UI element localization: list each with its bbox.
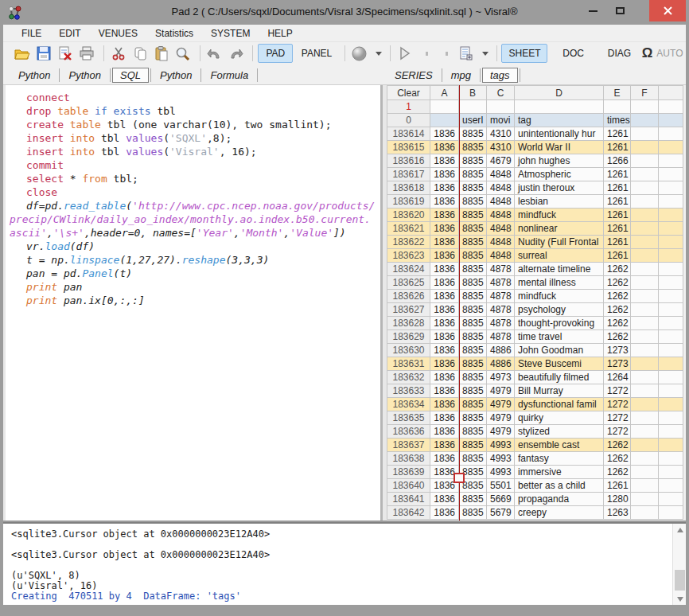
cell[interactable]: dysfunctional famil [515, 398, 604, 411]
cell[interactable] [631, 127, 659, 141]
cell[interactable] [659, 452, 683, 466]
cell[interactable]: 8835 [459, 452, 487, 466]
cell[interactable]: 1273 [604, 357, 631, 371]
cell[interactable]: 1836 [430, 303, 459, 317]
cell[interactable] [631, 506, 659, 520]
cell[interactable]: 8835 [459, 127, 487, 141]
cell[interactable] [631, 290, 659, 303]
cell[interactable]: 4886 [487, 357, 515, 371]
copy-button[interactable] [130, 44, 150, 63]
cell[interactable] [659, 127, 683, 141]
cell[interactable]: 1836 [430, 290, 459, 303]
cell[interactable]: 1836 [430, 398, 459, 411]
cell[interactable]: 1836 [430, 222, 459, 236]
cell[interactable] [631, 263, 659, 276]
cell[interactable]: 1261 [604, 141, 631, 154]
cell[interactable] [604, 100, 631, 114]
row-number-cell[interactable]: 183632 [387, 371, 430, 384]
cell[interactable]: 1836 [430, 195, 459, 209]
field-header-cell[interactable]: tag [515, 114, 604, 127]
cell[interactable]: 1836 [430, 276, 459, 290]
cell[interactable]: 1836 [430, 249, 459, 263]
cell[interactable]: John Goodman [515, 344, 604, 357]
paste-button[interactable] [152, 44, 171, 63]
cell[interactable]: 1262 [604, 276, 631, 290]
cell[interactable]: 4848 [487, 249, 515, 263]
delete-file-button[interactable] [56, 44, 75, 63]
pad-toggle-button[interactable]: PAD [258, 44, 293, 63]
cell[interactable]: 1261 [604, 236, 631, 249]
cell[interactable]: surreal [515, 249, 604, 263]
row-number-cell[interactable]: 183624 [387, 263, 430, 276]
cell[interactable] [430, 100, 459, 114]
cell[interactable] [659, 249, 683, 263]
row-number-cell[interactable]: 183630 [387, 344, 430, 357]
cell[interactable] [659, 506, 683, 520]
cell[interactable]: 8835 [459, 222, 487, 236]
cell[interactable]: mindfuck [515, 209, 604, 222]
cell[interactable] [631, 371, 659, 384]
cell[interactable]: lesbian [515, 195, 604, 209]
cell[interactable]: alternate timeline [515, 263, 604, 276]
row-number-cell[interactable]: 183628 [387, 317, 430, 330]
cell[interactable] [631, 317, 659, 330]
cell[interactable] [659, 479, 683, 493]
cell[interactable] [659, 384, 683, 398]
menu-item-statistics[interactable]: Statistics [146, 25, 202, 41]
cell[interactable]: 4979 [487, 411, 515, 425]
open-file-button[interactable] [13, 44, 32, 63]
cell[interactable]: 1836 [430, 209, 459, 222]
cell[interactable] [631, 303, 659, 317]
cell[interactable] [659, 357, 683, 371]
cell[interactable] [659, 141, 683, 154]
cell[interactable]: john hughes [515, 154, 604, 168]
cell[interactable]: 8835 [459, 168, 487, 181]
cell[interactable]: 4848 [487, 195, 515, 209]
code-editor[interactable]: connectdrop table if exists tblcreate ta… [6, 85, 383, 520]
cell[interactable]: 1262 [604, 439, 631, 452]
sphere-dropdown-button[interactable] [372, 44, 383, 63]
cell[interactable] [631, 384, 659, 398]
cell[interactable] [659, 493, 683, 506]
row-number-cell[interactable]: 183620 [387, 209, 430, 222]
scroll-down-arrow[interactable] [673, 593, 687, 605]
tab-python[interactable]: Python [153, 68, 199, 83]
cell[interactable]: 1836 [430, 425, 459, 439]
field-header-cell[interactable] [430, 114, 459, 127]
cell[interactable]: 8835 [459, 263, 487, 276]
cell[interactable]: 4878 [487, 276, 515, 290]
row-number-cell[interactable]: 183634 [387, 398, 430, 411]
cell[interactable]: 4679 [487, 154, 515, 168]
row-number-cell[interactable]: 183642 [387, 506, 430, 520]
cell[interactable] [631, 466, 659, 479]
cell[interactable]: 1836 [430, 506, 459, 520]
run-button[interactable] [395, 44, 415, 63]
cell[interactable]: 1280 [604, 493, 631, 506]
cell[interactable]: 1272 [604, 425, 631, 439]
cell[interactable]: Steve Buscemi [515, 357, 604, 371]
cell[interactable] [631, 330, 659, 344]
field-header-cell[interactable]: userI [459, 114, 487, 127]
cell[interactable]: 1261 [604, 168, 631, 181]
row-number-cell[interactable]: 183623 [387, 249, 430, 263]
cell[interactable]: stylized [515, 425, 604, 439]
cell[interactable] [631, 398, 659, 411]
cell[interactable]: 1262 [604, 317, 631, 330]
cell[interactable]: 1261 [604, 181, 631, 195]
menu-item-system[interactable]: SYSTEM [202, 25, 259, 41]
cell[interactable]: 4886 [487, 344, 515, 357]
cell[interactable]: 4878 [487, 290, 515, 303]
cell[interactable]: 1262 [604, 466, 631, 479]
cell[interactable]: 4973 [487, 371, 515, 384]
cell[interactable]: 1262 [604, 452, 631, 466]
row-number-cell[interactable]: 183614 [387, 127, 430, 141]
row-number-cell[interactable]: 183633 [387, 384, 430, 398]
cell[interactable]: 4848 [487, 209, 515, 222]
cell[interactable]: 5501 [487, 479, 515, 493]
cell[interactable]: 1262 [604, 330, 631, 344]
row-number-cell[interactable]: 183627 [387, 303, 430, 317]
sphere-button[interactable] [350, 44, 369, 63]
cell[interactable]: 8835 [459, 154, 487, 168]
column-header-cell[interactable]: E [604, 86, 631, 100]
row-number-cell[interactable]: 183635 [387, 411, 430, 425]
